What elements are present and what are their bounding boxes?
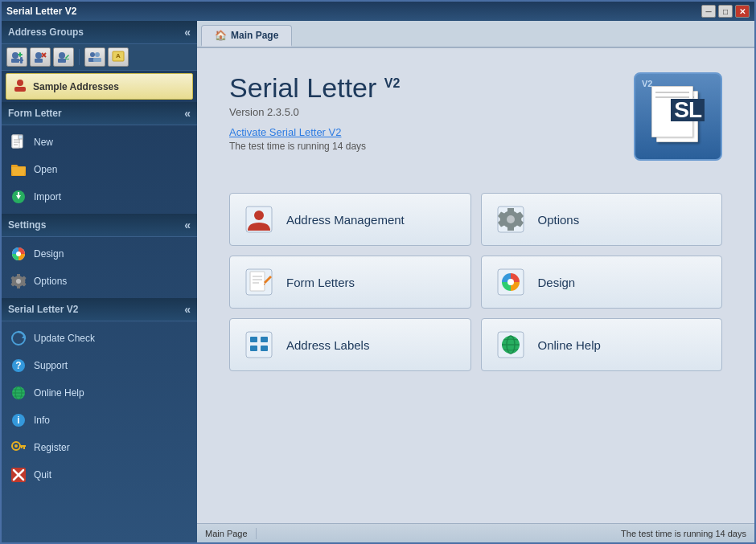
key-icon [10,440,27,456]
delete-person-button[interactable] [30,47,51,67]
online-help-icon [495,329,527,361]
logo-sl-text: SL [674,97,701,122]
svg-point-30 [16,252,21,256]
close-button[interactable]: ✕ [735,5,750,18]
svg-point-1 [12,52,18,59]
svg-rect-62 [246,332,272,358]
minimize-button[interactable]: ─ [701,5,716,18]
content-area: 🏠 Main Page Serial Letter V2 Version 2.3… [197,21,754,542]
sidebar-item-new[interactable]: New [2,129,197,156]
settings-items: Design Options [2,237,197,298]
online-help-globe-icon [496,330,525,359]
sidebar-item-register[interactable]: Register [2,434,197,461]
serial-letter-collapse-icon[interactable]: « [184,303,191,316]
form-letters-icon [243,266,275,298]
info-icon: i [10,411,27,429]
form-letters-label: Form Letters [286,276,355,289]
svg-rect-28 [18,192,19,197]
sidebar-item-import[interactable]: Import [2,183,197,211]
status-right: The test time is running 14 days [621,529,746,538]
serial-letter-title: Serial Letter V2 [8,304,78,315]
svg-rect-44 [19,445,26,447]
sidebar-item-quit[interactable]: Quit [2,461,197,489]
sidebar-item-support[interactable]: ? Support [2,352,197,379]
edit-person-icon [57,51,70,63]
form-letters-button[interactable]: Form Letters [229,256,471,309]
import-label: Import [34,191,61,202]
svg-rect-66 [261,346,268,351]
form-letter-collapse-icon[interactable]: « [184,107,191,120]
sidebar-item-open[interactable]: Open [2,156,197,183]
info-label: Info [34,415,50,426]
address-group-person-icon [13,78,27,95]
status-bar: Main Page The test time is running 14 da… [197,523,754,542]
settings-collapse-icon[interactable]: « [184,219,191,231]
svg-rect-6 [35,59,43,63]
svg-rect-57 [253,279,262,280]
import-icon: A [112,51,125,63]
form-letters-doc-icon [244,268,273,297]
tab-label: Main Page [231,30,278,41]
address-groups-collapse-icon[interactable]: « [184,26,191,39]
svg-rect-12 [65,59,69,59]
main-window: Serial Letter V2 ─ □ ✕ Address Groups « [0,0,756,544]
svg-rect-56 [253,276,262,277]
options-btn-icon [495,203,527,235]
sidebar-item-online-help[interactable]: Online Help [2,379,197,407]
design-palette-icon [10,246,27,262]
edit-person-button[interactable] [53,47,74,67]
address-group-item-sample[interactable]: Sample Addresses [6,73,193,100]
update-icon [10,330,27,346]
svg-text:A: A [116,52,121,59]
maximize-button[interactable]: □ [718,5,733,18]
sidebar: Address Groups « [2,21,197,542]
sidebar-item-design[interactable]: Design [2,240,197,268]
address-labels-label: Address Labels [286,338,369,352]
sidebar-item-options[interactable]: Options [2,268,197,295]
settings-header: Settings « [2,214,197,237]
labels-grid-icon [244,330,273,359]
design-btn-label: Design [538,276,576,289]
import-button[interactable]: A [108,47,129,67]
sample-addresses-label: Sample Addresses [33,81,119,92]
main-content: Address Groups « [2,21,754,542]
hero-text: Serial Letter V2 Version 2.3.5.0 Activat… [229,72,400,152]
status-left: Main Page [205,528,261,539]
options-button[interactable]: Options [481,193,723,246]
svg-rect-46 [21,447,23,448]
options-icon [10,272,27,290]
svg-rect-26 [18,135,23,139]
globe-icon [10,385,27,401]
sidebar-item-info[interactable]: i Info [2,407,197,434]
online-help-button[interactable]: Online Help [481,318,723,371]
main-page-tab[interactable]: 🏠 Main Page [201,25,292,47]
svg-rect-63 [250,337,257,342]
quit-label: Quit [34,469,51,481]
address-groups-title: Address Groups [8,27,84,38]
open-icon [10,161,27,178]
design-button[interactable]: Design [481,256,723,309]
address-labels-button[interactable]: Address Labels [229,318,471,371]
online-help-btn-label: Online Help [538,338,601,352]
tab-icon: 🏠 [215,30,227,41]
svg-rect-64 [261,337,268,342]
svg-rect-3 [18,59,23,61]
update-check-label: Update Check [34,333,95,344]
persons-button[interactable] [84,47,105,67]
app-logo: V2 [634,72,722,161]
svg-rect-16 [93,58,101,62]
new-icon [10,133,27,151]
form-letter-items: New Open [2,125,197,214]
status-page: Main Page [205,529,248,538]
import-menu-icon [10,188,27,206]
sidebar-item-update-check[interactable]: Update Check [2,325,197,352]
new-doc-icon [10,134,27,150]
add-group-button[interactable] [6,47,27,67]
design-icon [10,245,27,263]
activate-link[interactable]: Activate Serial Letter V2 [229,126,400,138]
person-icon [13,78,27,92]
persons-icon [88,51,101,63]
svg-point-53 [507,215,515,223]
address-management-button[interactable]: Address Management [229,193,471,246]
delete-person-icon [34,51,47,63]
